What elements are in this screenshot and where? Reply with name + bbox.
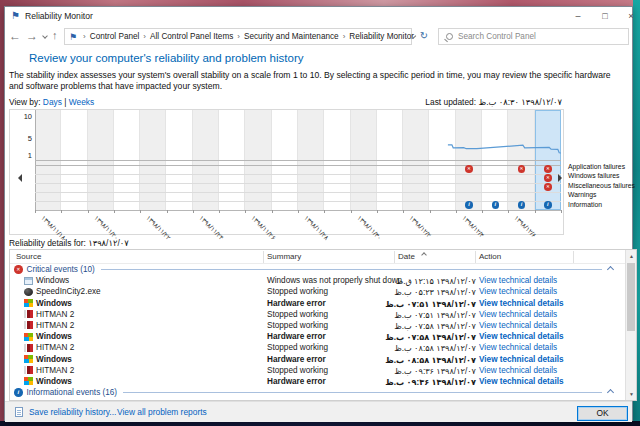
informational-events-group-row[interactable]: iInformational events (16) bbox=[10, 387, 625, 398]
view-technical-details-link[interactable]: View technical details bbox=[479, 332, 564, 341]
y-axis-tick-label: 1 bbox=[12, 151, 32, 160]
hitman-2-icon bbox=[24, 366, 33, 374]
header-separator bbox=[475, 251, 476, 263]
breadcrumb-item[interactable]: Security and Maintenance bbox=[244, 32, 339, 41]
information-event-icon[interactable]: i bbox=[518, 201, 526, 209]
view-technical-details-link[interactable]: View technical details bbox=[479, 355, 564, 364]
table-scrollbar[interactable]: ▲ ▼ bbox=[625, 250, 636, 400]
ok-button[interactable]: OK bbox=[577, 406, 628, 421]
breadcrumb-item[interactable]: Control Panel bbox=[90, 32, 140, 41]
search-input[interactable]: Search Control Panel bbox=[458, 32, 536, 41]
recent-pages-dropdown-icon[interactable] bbox=[42, 33, 48, 39]
header-separator bbox=[573, 251, 574, 263]
view-by-weeks-link[interactable]: Weeks bbox=[69, 97, 94, 107]
breadcrumb-separator-icon: › bbox=[237, 32, 240, 41]
breadcrumb-item[interactable]: Reliability Monitor bbox=[349, 32, 414, 41]
x-axis-label: ۱۳۹۸/۱۲/۲ bbox=[408, 214, 434, 240]
last-updated-value: ۱۳۹۸/۱۲/۰۷ ۰۸:۳۰ ب.ظ bbox=[478, 97, 562, 107]
application-failures-icon[interactable]: ✕ bbox=[518, 165, 526, 173]
table-row[interactable]: HITMAN 2Stopped working۱۳۹۸/۱۲/۰۷ ۰۷:۵۱ … bbox=[10, 309, 625, 320]
group-rule bbox=[101, 269, 602, 270]
breadcrumb-item[interactable]: All Control Panel Items bbox=[150, 32, 233, 41]
date-cell: ۱۳۹۸/۱۲/۰۷ ۰۷:۵۸ ب.ظ bbox=[396, 321, 476, 331]
hitman-2-icon bbox=[24, 310, 33, 318]
collapse-group-icon[interactable] bbox=[607, 266, 614, 273]
table-row[interactable]: HITMAN 2Stopped working۱۳۹۸/۱۲/۰۷ ۰۹:۳۶ … bbox=[10, 365, 625, 376]
view-by-label: View by: bbox=[9, 97, 41, 107]
column-header-summary[interactable]: Summary bbox=[267, 252, 301, 261]
save-reliability-history-link[interactable]: Save reliability history... bbox=[29, 407, 116, 417]
table-row[interactable]: WindowsWindows was not properly shut dow… bbox=[10, 275, 625, 286]
x-axis-tick bbox=[245, 210, 246, 214]
view-technical-details-link[interactable]: View technical details bbox=[479, 310, 557, 319]
group-rule bbox=[123, 392, 602, 393]
information-event-icon[interactable]: i bbox=[544, 201, 552, 209]
view-technical-details-link[interactable]: View technical details bbox=[479, 321, 557, 330]
table-row[interactable]: WindowsHardware error۱۳۹۸/۱۲/۰۷ ۰۷:۵۱ ب.… bbox=[10, 298, 625, 309]
hitman-2-icon bbox=[24, 344, 33, 352]
view-all-problem-reports-link[interactable]: View all problem reports bbox=[117, 407, 207, 417]
x-axis-tick bbox=[351, 210, 352, 214]
table-row[interactable]: SpeedInCity2.exeStopped working۱۳۹۸/۱۲/۰… bbox=[10, 286, 625, 297]
table-row[interactable]: WindowsHardware error۱۳۹۸/۱۲/۰۷ ۰۹:۳۶ ب.… bbox=[10, 376, 625, 387]
windows-failures-icon[interactable]: ✕ bbox=[544, 174, 552, 182]
reliability-monitor-window: ⚑ Reliability Monitor – □ × ← → ↑ ⚑ ›Con… bbox=[4, 6, 633, 421]
search-box[interactable]: Search Control Panel bbox=[438, 28, 629, 45]
summary-cell: Hardware error bbox=[267, 355, 326, 364]
breadcrumb-separator-icon: › bbox=[343, 32, 346, 41]
view-technical-details-link[interactable]: View technical details bbox=[479, 343, 557, 352]
scroll-up-icon[interactable]: ▲ bbox=[626, 250, 637, 262]
event-rows-top-line bbox=[35, 165, 561, 166]
title-bar[interactable]: ⚑ Reliability Monitor – □ × bbox=[5, 7, 632, 25]
view-technical-details-link[interactable]: View technical details bbox=[479, 377, 564, 386]
table-row[interactable]: WindowsHardware error۱۳۹۸/۱۲/۰۷ ۰۷:۵۸ ب.… bbox=[10, 331, 625, 342]
refresh-button[interactable]: ↻ bbox=[415, 28, 433, 45]
miscellaneous-failures-icon[interactable]: ✕ bbox=[544, 183, 552, 191]
event-row-separator bbox=[35, 201, 561, 202]
application-failures-icon[interactable]: ✕ bbox=[465, 165, 473, 173]
view-technical-details-link[interactable]: View technical details bbox=[479, 366, 557, 375]
x-axis-tick bbox=[403, 210, 404, 214]
maximize-button[interactable]: □ bbox=[592, 7, 618, 25]
view-technical-details-link[interactable]: View technical details bbox=[479, 276, 557, 285]
critical-events-group-row[interactable]: ✕Critical events (10) bbox=[10, 264, 625, 275]
view-by-days-link[interactable]: Days bbox=[43, 97, 62, 107]
page-title: Review your computer's reliability and p… bbox=[29, 52, 303, 64]
source-cell: HITMAN 2 bbox=[36, 310, 74, 319]
collapse-group-icon[interactable] bbox=[607, 389, 614, 396]
view-technical-details-link[interactable]: View technical details bbox=[479, 299, 564, 308]
critical-events-icon: ✕ bbox=[14, 265, 23, 274]
view-technical-details-link[interactable]: View technical details bbox=[479, 287, 557, 296]
column-header-date[interactable]: Date bbox=[398, 252, 415, 261]
forward-button[interactable]: → bbox=[26, 29, 38, 43]
scrollbar-thumb[interactable] bbox=[627, 263, 635, 331]
stability-chart[interactable]: 1051۱۳۹۸/۱۱/۱۸۱۳۹۸/۱۱/۲۰۱۳۹۸/۱۱/۲۲۱۳۹۸/۱… bbox=[9, 109, 564, 235]
windows-logo-icon bbox=[24, 299, 33, 307]
table-row[interactable]: HITMAN 2Stopped working۱۳۹۸/۱۲/۰۷ ۰۸:۵۸ … bbox=[10, 342, 625, 353]
source-cell: Windows bbox=[36, 355, 72, 364]
column-header-source[interactable]: Source bbox=[16, 252, 41, 261]
breadcrumb[interactable]: ⚑ ›Control Panel›All Control Panel Items… bbox=[64, 28, 412, 45]
desktop-background: ⚑ Reliability Monitor – □ × ← → ↑ ⚑ ›Con… bbox=[0, 0, 640, 426]
column-header-action[interactable]: Action bbox=[479, 252, 501, 261]
table-row[interactable]: WindowsHardware error۱۳۹۸/۱۲/۰۷ ۰۸:۵۸ ب.… bbox=[10, 354, 625, 365]
event-row-separator bbox=[35, 183, 561, 184]
x-axis-label: ۱۳۹۸/۱۱/۲۸ bbox=[302, 214, 330, 242]
search-icon bbox=[446, 33, 453, 40]
chart-scroll-right-icon[interactable] bbox=[558, 174, 566, 182]
table-row[interactable]: HITMAN 2Stopped working۱۳۹۸/۱۲/۰۷ ۰۷:۵۸ … bbox=[10, 320, 625, 331]
date-cell: ۱۳۹۸/۱۲/۰۷ ۰۸:۵۸ ب.ظ bbox=[396, 343, 476, 353]
back-button[interactable]: ← bbox=[9, 29, 21, 43]
up-button[interactable]: ↑ bbox=[52, 29, 58, 41]
information-event-icon[interactable]: i bbox=[492, 201, 500, 209]
summary-cell: Windows was not properly shut down bbox=[267, 276, 402, 285]
minimize-button[interactable]: – bbox=[565, 7, 591, 25]
scroll-down-icon[interactable]: ▼ bbox=[626, 388, 637, 400]
information-event-icon[interactable]: i bbox=[465, 201, 473, 209]
x-axis-label: ۱۳۹۸/۱۱/۳۰ bbox=[355, 214, 383, 242]
application-failures-icon[interactable]: ✕ bbox=[544, 165, 552, 173]
close-button[interactable]: × bbox=[618, 7, 640, 25]
x-axis-tick bbox=[219, 210, 220, 214]
footer-bar: Save reliability history... View all pro… bbox=[5, 401, 632, 422]
chart-scroll-left-icon[interactable] bbox=[14, 174, 22, 182]
